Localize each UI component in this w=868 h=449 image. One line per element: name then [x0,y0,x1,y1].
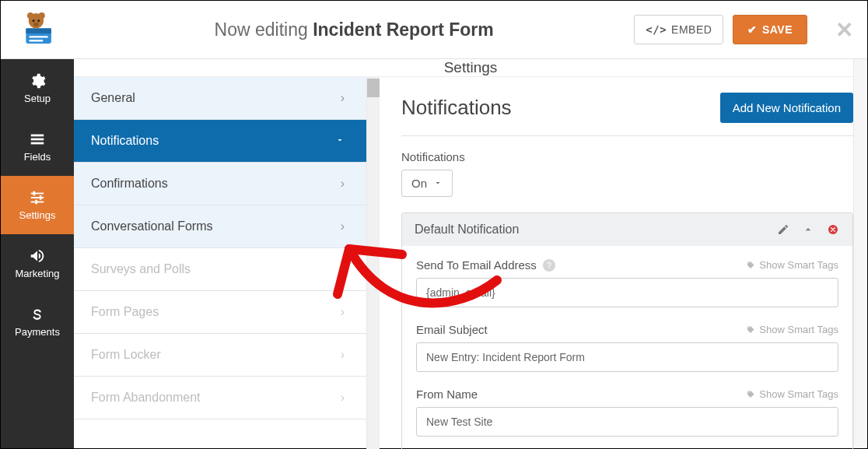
email-subject-input[interactable] [416,342,838,372]
svg-rect-2 [29,36,47,37]
sidebar-item-fields[interactable]: Fields [1,118,74,176]
svg-rect-13 [31,193,44,195]
bullhorn-icon [27,247,47,265]
settings-item-conversational-forms[interactable]: Conversational Forms› [74,205,366,248]
svg-point-8 [37,19,40,22]
sidebar-item-settings[interactable]: Settings [1,176,74,234]
email-subject-label: Email Subject [416,323,488,336]
svg-point-7 [33,19,35,22]
notifications-toggle-select[interactable]: On [401,170,453,197]
svg-rect-3 [29,40,43,41]
gear-icon [27,72,47,89]
svg-point-9 [33,23,39,26]
pencil-icon[interactable] [776,223,790,237]
settings-item-surveys-and-polls[interactable]: Surveys and Polls› [74,248,366,291]
chevron-right-icon: › [341,262,345,276]
svg-point-6 [39,12,45,19]
settings-subnav: General› Notifications Confirmations› [74,77,380,449]
sidebar-item-payments[interactable]: Payments [1,293,74,351]
svg-rect-1 [26,28,51,33]
tag-icon [746,325,755,335]
dollar-icon [27,306,47,323]
show-smart-tags-link[interactable]: Show Smart Tags [746,388,838,400]
svg-rect-18 [35,200,37,205]
check-icon: ✔ [747,23,758,36]
page-scrollbar-track[interactable] [853,59,867,448]
show-smart-tags-link[interactable]: Show Smart Tags [746,324,838,335]
add-new-notification-button[interactable]: Add New Notification [720,93,853,123]
save-button[interactable]: ✔ SAVE [733,15,807,44]
svg-rect-17 [40,195,42,200]
subnav-scrollbar-track[interactable] [366,77,380,449]
panel-title: Settings [74,59,867,77]
sidebar-item-marketing[interactable]: Marketing [1,234,74,293]
chevron-right-icon: › [341,177,345,191]
tag-icon [746,261,755,270]
list-icon [27,131,47,148]
tag-icon [746,390,755,399]
code-icon: </> [646,23,667,36]
settings-item-form-locker[interactable]: Form Locker› [74,334,366,377]
chevron-down-icon [433,177,443,190]
chevron-right-icon: › [341,391,345,405]
send-to-label: Send To Email Address ? [416,258,555,272]
primary-sidebar: Setup Fields Settings Marketing Payments [1,59,74,448]
page-title: Now editing Incident Report Form [74,19,634,40]
svg-rect-16 [33,191,36,196]
show-smart-tags-link[interactable]: Show Smart Tags [746,259,838,271]
chevron-right-icon: › [341,348,345,362]
subnav-scrollbar-thumb[interactable] [367,79,380,97]
delete-icon[interactable] [826,223,840,237]
sliders-icon [27,189,47,206]
chevron-right-icon: › [341,91,345,105]
sidebar-item-setup[interactable]: Setup [1,59,74,118]
svg-point-5 [27,12,33,19]
svg-rect-11 [31,139,44,141]
app-logo [1,1,74,58]
chevron-right-icon: › [341,305,345,319]
from-name-label: From Name [416,388,478,401]
chevron-right-icon: › [341,219,345,233]
svg-rect-10 [31,135,44,137]
embed-button[interactable]: </> EMBED [634,15,723,44]
svg-rect-14 [31,197,44,198]
settings-item-general[interactable]: General› [74,77,366,120]
svg-rect-12 [31,142,44,145]
settings-content: Notifications Add New Notification Notif… [380,77,867,449]
settings-item-form-pages[interactable]: Form Pages› [74,291,366,334]
chevron-up-icon[interactable] [801,223,815,237]
close-icon[interactable]: ✕ [828,17,853,43]
from-name-input[interactable] [416,407,838,437]
help-icon[interactable]: ? [543,259,555,272]
chevron-down-icon [335,134,345,148]
notification-card: Default Notification Send To Email Addre… [401,212,853,449]
content-title: Notifications [401,96,512,120]
send-to-input[interactable] [416,278,838,307]
settings-item-form-abandonment[interactable]: Form Abandonment› [74,377,366,419]
notification-card-title: Default Notification [415,223,765,237]
settings-item-confirmations[interactable]: Confirmations› [74,163,366,205]
notifications-toggle-label: Notifications [401,150,853,163]
settings-item-notifications[interactable]: Notifications [74,120,366,163]
